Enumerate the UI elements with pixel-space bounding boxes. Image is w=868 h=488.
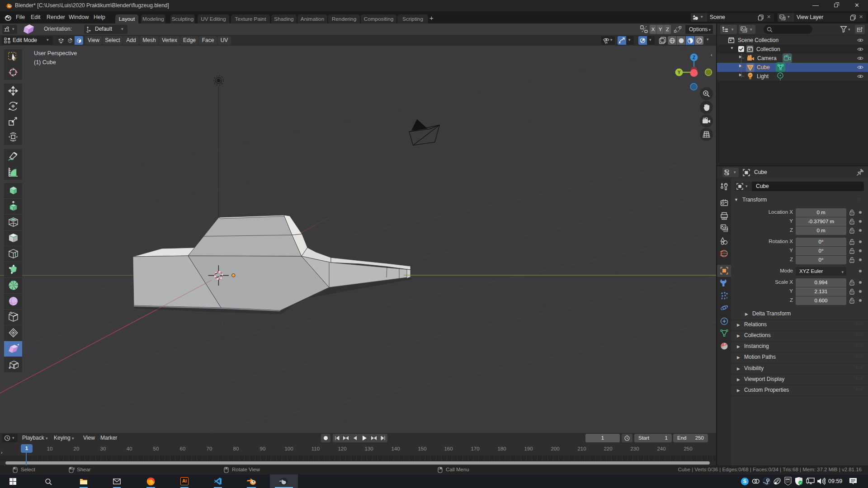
- svg-text:Z: Z: [693, 55, 695, 60]
- svg-text:EPIC: EPIC: [786, 479, 791, 481]
- svg-text:GAMES: GAMES: [785, 481, 791, 483]
- svg-text:Y: Y: [678, 70, 681, 75]
